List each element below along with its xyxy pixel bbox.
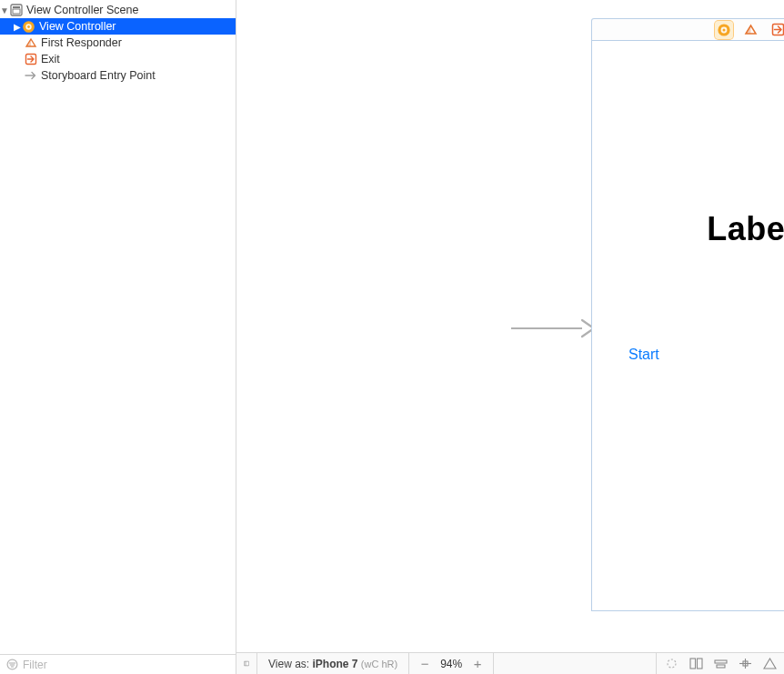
document-outline-panel: ▼ View Controller Scene ▶ View Controlle… bbox=[0, 0, 236, 674]
svg-rect-22 bbox=[697, 659, 702, 669]
zoom-value: 94% bbox=[440, 658, 462, 670]
scene-icon bbox=[9, 4, 23, 17]
resolve-issues-icon[interactable] bbox=[762, 658, 777, 670]
svg-rect-21 bbox=[690, 659, 696, 669]
canvas-layout-tools bbox=[657, 658, 784, 670]
view-as-traits: (wC hR) bbox=[361, 659, 397, 669]
outline-row-entry-point[interactable]: Storyboard Entry Point bbox=[0, 67, 236, 84]
outline-row-first-responder[interactable]: First Responder bbox=[0, 35, 236, 51]
update-frames-icon[interactable] bbox=[664, 658, 678, 670]
svg-point-20 bbox=[668, 659, 676, 668]
outline-label: Storyboard Entry Point bbox=[41, 69, 156, 82]
svg-rect-2 bbox=[13, 9, 20, 14]
svg-rect-1 bbox=[13, 6, 20, 8]
outline-row-scene[interactable]: ▼ View Controller Scene bbox=[0, 2, 236, 18]
ib-canvas-area: Label Start Stop View as: iPhone 7 (wC h… bbox=[236, 0, 784, 674]
view-as-control[interactable]: View as: iPhone 7 (wC hR) bbox=[257, 653, 408, 674]
outline-row-viewcontroller[interactable]: ▶ View Controller bbox=[0, 18, 236, 35]
svg-rect-24 bbox=[717, 665, 725, 668]
disclosure-triangle-icon[interactable]: ▶ bbox=[13, 22, 22, 32]
pin-icon[interactable] bbox=[738, 658, 752, 670]
viewcontroller-icon bbox=[22, 20, 35, 34]
disclosure-triangle-icon[interactable]: ▼ bbox=[0, 5, 9, 15]
storyboard-entry-arrow-icon[interactable] bbox=[509, 317, 596, 339]
view-as-label: View as: bbox=[268, 658, 309, 670]
scene-dock-viewcontroller-icon[interactable] bbox=[715, 21, 733, 39]
toggle-outline-icon[interactable] bbox=[236, 658, 256, 669]
ui-label[interactable]: Label bbox=[592, 210, 784, 248]
scene-dock-exit-icon[interactable] bbox=[769, 21, 785, 39]
outline-filter-input[interactable] bbox=[23, 659, 230, 671]
filter-icon bbox=[5, 659, 18, 671]
outline-label: View Controller bbox=[39, 20, 116, 33]
outline-row-exit[interactable]: Exit bbox=[0, 51, 236, 67]
first-responder-icon bbox=[24, 36, 37, 50]
device-screen[interactable]: Label Start Stop bbox=[591, 40, 784, 611]
align-icon[interactable] bbox=[713, 658, 728, 670]
scene-object-bar bbox=[591, 18, 784, 40]
outline-label: Exit bbox=[41, 53, 60, 65]
svg-point-5 bbox=[27, 25, 30, 28]
outline-label: View Controller Scene bbox=[26, 4, 138, 16]
arrow-right-icon bbox=[24, 69, 37, 83]
svg-point-14 bbox=[722, 28, 725, 31]
zoom-out-button[interactable]: − bbox=[418, 657, 431, 670]
zoom-control: − 94% + bbox=[409, 653, 493, 674]
view-as-device: iPhone 7 bbox=[312, 658, 357, 670]
scene-viewcontroller[interactable]: Label Start Stop bbox=[591, 18, 784, 611]
outline-label: First Responder bbox=[41, 36, 122, 49]
start-button[interactable]: Start bbox=[628, 347, 659, 363]
outline-filter-bar bbox=[0, 654, 236, 674]
exit-icon bbox=[24, 53, 37, 66]
ib-canvas[interactable]: Label Start Stop bbox=[236, 0, 784, 652]
zoom-in-button[interactable]: + bbox=[471, 657, 484, 670]
outline-tree[interactable]: ▼ View Controller Scene ▶ View Controlle… bbox=[0, 0, 236, 654]
svg-rect-18 bbox=[244, 661, 248, 666]
canvas-bottom-bar: View as: iPhone 7 (wC hR) − 94% + bbox=[236, 652, 784, 674]
svg-rect-23 bbox=[715, 660, 727, 663]
embed-in-icon[interactable] bbox=[689, 658, 703, 670]
scene-dock-first-responder-icon[interactable] bbox=[742, 21, 760, 39]
